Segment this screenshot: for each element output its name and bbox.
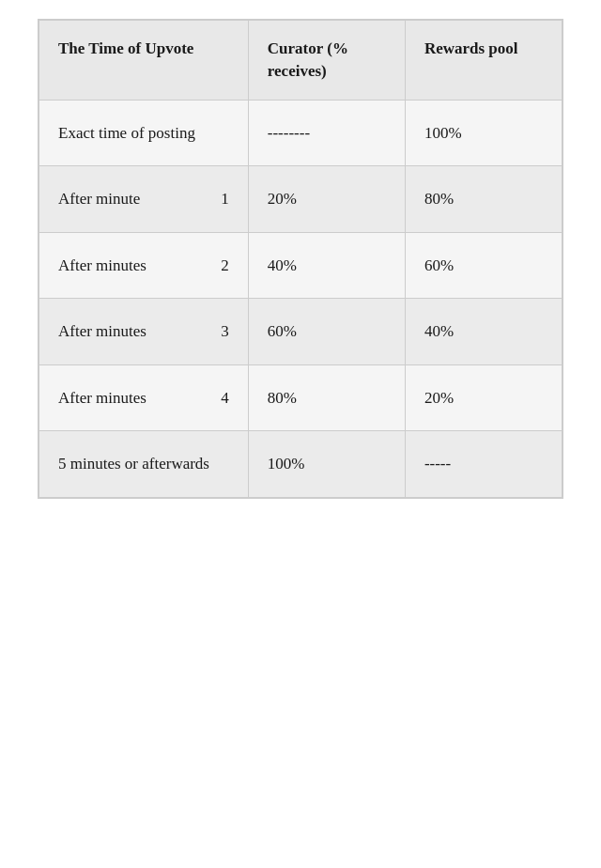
- cell-time-0: Exact time of posting: [39, 100, 249, 166]
- time-number-4: 4: [221, 386, 229, 411]
- cell-time-3: After minutes3: [39, 299, 249, 365]
- cell-rewards-5: -----: [405, 431, 562, 498]
- cell-rewards-0: 100%: [405, 100, 562, 166]
- time-number-2: 2: [221, 254, 229, 278]
- cell-curator-1: 20%: [248, 166, 405, 233]
- main-table-wrapper: The Time of Upvote Curator (% receives) …: [38, 19, 563, 499]
- header-time: The Time of Upvote: [39, 21, 249, 101]
- time-label-3: After minutes: [58, 319, 211, 344]
- cell-rewards-3: 40%: [405, 299, 562, 365]
- header-curator: Curator (% receives): [248, 21, 405, 101]
- time-number-1: 1: [221, 187, 229, 211]
- header-rewards: Rewards pool: [405, 21, 562, 101]
- cell-rewards-1: 80%: [405, 166, 562, 233]
- cell-time-4: After minutes4: [39, 364, 249, 431]
- cell-curator-0: --------: [248, 100, 405, 166]
- cell-time-5: 5 minutes or afterwards: [39, 431, 249, 498]
- time-label-1: After minute: [58, 187, 211, 211]
- cell-curator-3: 60%: [248, 299, 405, 365]
- time-number-3: 3: [221, 319, 229, 344]
- cell-curator-2: 40%: [248, 232, 405, 299]
- time-label-2: After minutes: [58, 254, 211, 278]
- table-row: After minutes240%60%: [39, 232, 562, 299]
- cell-rewards-4: 20%: [405, 364, 562, 431]
- time-label-4: After minutes: [58, 386, 211, 411]
- table-row: After minutes360%40%: [39, 299, 562, 365]
- table-row: 5 minutes or afterwards100%-----: [39, 431, 562, 498]
- table-row: After minute120%80%: [39, 166, 562, 233]
- table-row: Exact time of posting--------100%: [39, 100, 562, 166]
- cell-time-2: After minutes2: [39, 232, 249, 299]
- cell-curator-5: 100%: [248, 431, 405, 498]
- table-header-row: The Time of Upvote Curator (% receives) …: [39, 21, 562, 101]
- cell-rewards-2: 60%: [405, 232, 562, 299]
- table-row: After minutes480%20%: [39, 364, 562, 431]
- cell-time-1: After minute1: [39, 166, 249, 233]
- upvote-rewards-table: The Time of Upvote Curator (% receives) …: [39, 20, 562, 498]
- cell-curator-4: 80%: [248, 364, 405, 431]
